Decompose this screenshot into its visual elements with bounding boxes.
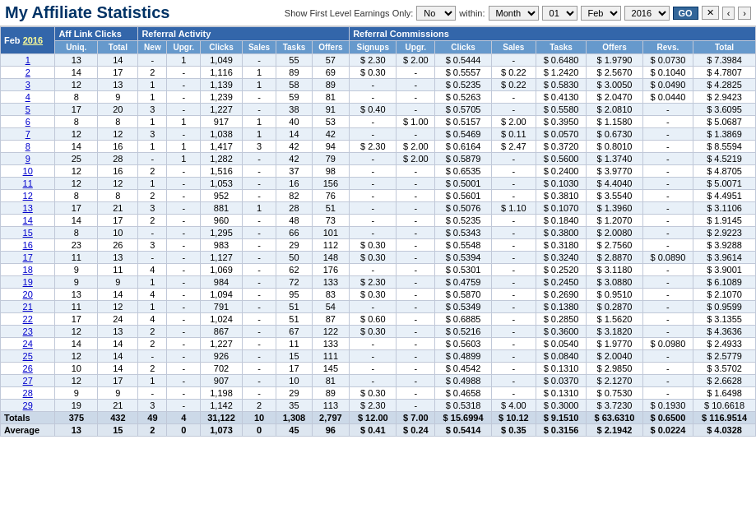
day-link[interactable]: 12 bbox=[23, 191, 33, 201]
day-link[interactable]: 23 bbox=[23, 326, 33, 336]
table-row: 214172-1,11618969$ 0.30-$ 0.5557$ 0.22$ … bbox=[1, 67, 756, 79]
day-link[interactable]: 10 bbox=[23, 166, 33, 176]
table-container: Feb 2016 Aff Link Clicks Referral Activi… bbox=[0, 26, 756, 437]
day-link[interactable]: 28 bbox=[23, 388, 33, 398]
year-link[interactable]: 2016 bbox=[23, 35, 43, 45]
col-tasks: Tasks bbox=[276, 41, 312, 54]
table-row: 1317213-88112851--$ 0.5076$ 1.10$ 0.1070… bbox=[1, 202, 756, 215]
table-row: 4891-1,239-5981--$ 0.5263-$ 0.4130$ 2.04… bbox=[1, 91, 756, 104]
col-clicks2: Clicks bbox=[435, 41, 492, 54]
show-label: Show First Level Earnings Only: bbox=[285, 8, 414, 18]
col-clicks: Clicks bbox=[201, 41, 242, 54]
top-bar: My Affiliate Statistics Show First Level… bbox=[0, 0, 756, 26]
table-row: 2414142-1,227-11133--$ 0.5603-$ 0.0540$ … bbox=[1, 338, 756, 350]
next-button[interactable]: › bbox=[738, 7, 751, 20]
from-num-select[interactable]: 01 bbox=[542, 6, 577, 21]
table-row: 2217244-1,024-5187$ 0.60-$ 0.6885-$ 0.28… bbox=[1, 313, 756, 326]
period-select[interactable]: MonthWeekDay bbox=[489, 6, 539, 21]
col-revs: Revs. bbox=[642, 41, 693, 54]
col-sales: Sales bbox=[242, 41, 276, 54]
day-link[interactable]: 13 bbox=[23, 203, 33, 213]
col-offers: Offers bbox=[312, 41, 349, 54]
table-row: 2899--1,198-2989$ 0.30-$ 0.4658-$ 0.1310… bbox=[1, 387, 756, 400]
month-select[interactable]: FebJanMar bbox=[581, 6, 621, 21]
table-row: 19991-984-72133$ 2.30-$ 0.4759-$ 0.2450$… bbox=[1, 276, 756, 289]
col-upgr2: Upgr. bbox=[397, 41, 435, 54]
prev-button[interactable]: ‹ bbox=[722, 7, 735, 20]
table-row: 15810--1,295-66101--$ 0.5343-$ 0.3800$ 2… bbox=[1, 227, 756, 239]
day-link[interactable]: 25 bbox=[23, 351, 33, 361]
table-row: 251214--926-15111--$ 0.4899-$ 0.0840$ 2.… bbox=[1, 350, 756, 363]
col-new: New bbox=[138, 41, 167, 54]
group-header-row: Feb 2016 Aff Link Clicks Referral Activi… bbox=[1, 27, 756, 41]
table-row: 12882-952-8276--$ 0.5601-$ 0.3810$ 3.554… bbox=[1, 190, 756, 202]
sub-header-row: Uniq. Total New Upgr. Clicks Sales Tasks… bbox=[1, 41, 756, 54]
day-link[interactable]: 6 bbox=[26, 117, 30, 127]
day-link[interactable]: 2 bbox=[26, 67, 30, 77]
day-link[interactable]: 14 bbox=[23, 215, 33, 225]
col-tasks2: Tasks bbox=[536, 41, 586, 54]
table-row: 2610142-702-17145--$ 0.4542-$ 0.1310$ 2.… bbox=[1, 363, 756, 375]
table-row: 2013144-1,094-9583$ 0.30-$ 0.5870-$ 0.26… bbox=[1, 289, 756, 301]
day-link[interactable]: 16 bbox=[23, 240, 33, 250]
day-link[interactable]: 29 bbox=[23, 400, 33, 410]
table-row: 171113--1,127-50148$ 0.30-$ 0.5394-$ 0.3… bbox=[1, 252, 756, 264]
aff-link-clicks-header: Aff Link Clicks bbox=[55, 27, 138, 41]
day-link[interactable]: 26 bbox=[23, 363, 33, 373]
day-link[interactable]: 18 bbox=[23, 265, 33, 275]
col-total: Total bbox=[98, 41, 138, 54]
table-row: 2712171-907-1081--$ 0.4988-$ 0.0370$ 2.1… bbox=[1, 375, 756, 387]
day-link[interactable]: 9 bbox=[26, 154, 30, 164]
table-row: 81416111,41734294$ 2.30$ 2.00$ 0.6164$ 2… bbox=[1, 141, 756, 153]
year-select[interactable]: 20162015 bbox=[624, 6, 670, 21]
day-link[interactable]: 5 bbox=[26, 104, 30, 114]
day-link[interactable]: 4 bbox=[26, 92, 30, 102]
col-upgr: Upgr. bbox=[167, 41, 201, 54]
table-row: 6881191714053-$ 1.00$ 0.5157$ 2.00$ 0.39… bbox=[1, 116, 756, 128]
table-row: 1414172-960-4873--$ 0.5235-$ 0.1840$ 1.2… bbox=[1, 215, 756, 227]
average-row: Average1315201,07304596$ 0.41$ 0.24$ 0.5… bbox=[1, 424, 756, 437]
table-row: 712123-1,03811442--$ 0.5469$ 0.11$ 0.057… bbox=[1, 128, 756, 141]
table-row: 2919213-1,142235113$ 2.30-$ 0.5318$ 4.00… bbox=[1, 400, 756, 412]
table-row: 312131-1,13915889--$ 0.5235$ 0.22$ 0.583… bbox=[1, 79, 756, 91]
col-offers2: Offers bbox=[587, 41, 643, 54]
table-row: 189114-1,069-62176--$ 0.5301-$ 0.2520$ 3… bbox=[1, 264, 756, 276]
day-link[interactable]: 15 bbox=[23, 228, 33, 238]
day-link[interactable]: 8 bbox=[26, 141, 30, 151]
month-year-header: Feb 2016 bbox=[1, 27, 55, 54]
day-link[interactable]: 1 bbox=[26, 55, 30, 65]
page-title: My Affiliate Statistics bbox=[5, 3, 169, 22]
table-row: 2111121-791-5154--$ 0.5349-$ 0.1380$ 0.2… bbox=[1, 301, 756, 313]
table-row: 1012162-1,516-3798--$ 0.6535-$ 0.2400$ 3… bbox=[1, 165, 756, 178]
stats-table: Feb 2016 Aff Link Clicks Referral Activi… bbox=[0, 26, 756, 437]
table-row: 1112121-1,053-16156--$ 0.5001-$ 0.1030$ … bbox=[1, 178, 756, 190]
go-button[interactable]: GO bbox=[673, 7, 698, 20]
totals-row: Totals37543249431,122101,3082,797$ 12.00… bbox=[1, 412, 756, 424]
col-sales2: Sales bbox=[491, 41, 536, 54]
day-link[interactable]: 22 bbox=[23, 314, 33, 324]
table-row: 1623263-983-29112$ 0.30-$ 0.5548-$ 0.318… bbox=[1, 239, 756, 252]
close-button[interactable]: ✕ bbox=[702, 6, 719, 20]
day-link[interactable]: 20 bbox=[23, 289, 33, 299]
controls: Show First Level Earnings Only: NoYes wi… bbox=[285, 6, 751, 21]
day-link[interactable]: 24 bbox=[23, 339, 33, 349]
day-link[interactable]: 3 bbox=[26, 80, 30, 90]
day-link[interactable]: 19 bbox=[23, 277, 33, 287]
table-row: 11314-11,049-5557$ 2.30$ 2.00$ 0.5444-$ … bbox=[1, 54, 756, 67]
table-row: 517203-1,227-3891$ 0.40-$ 0.5705-$ 0.558… bbox=[1, 104, 756, 116]
show-select[interactable]: NoYes bbox=[416, 6, 456, 21]
within-label: within: bbox=[459, 8, 485, 18]
referral-commissions-header: Referral Commissions bbox=[350, 27, 756, 41]
referral-activity-header: Referral Activity bbox=[138, 27, 350, 41]
day-link[interactable]: 17 bbox=[23, 252, 33, 262]
col-uniq: Uniq. bbox=[55, 41, 98, 54]
day-link[interactable]: 21 bbox=[23, 302, 33, 312]
table-row: 92528-11,282-4279-$ 2.00$ 0.5879-$ 0.560… bbox=[1, 153, 756, 165]
day-link[interactable]: 7 bbox=[26, 129, 30, 139]
day-link[interactable]: 27 bbox=[23, 376, 33, 386]
table-row: 2312132-867-67122$ 0.30-$ 0.5216-$ 0.360… bbox=[1, 326, 756, 338]
col-signups: Signups bbox=[350, 41, 397, 54]
col-total2: Total bbox=[693, 41, 756, 54]
day-link[interactable]: 11 bbox=[23, 178, 33, 188]
